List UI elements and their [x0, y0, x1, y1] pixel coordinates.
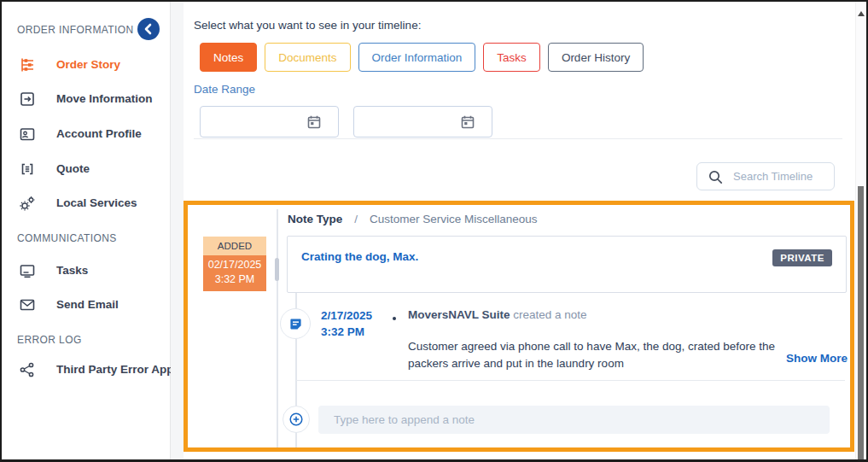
- event-author-line: MoversNAVL Suite created a note: [408, 308, 587, 321]
- status-time-text: 3:32 PM: [203, 272, 266, 287]
- filter-notes-button[interactable]: Notes: [200, 43, 257, 72]
- sidebar-item-label: Order Story: [56, 58, 120, 71]
- sidebar-item-third-party-error-app[interactable]: Third Party Error App: [2, 358, 170, 382]
- date-range-label: Date Range: [194, 83, 255, 96]
- status-date-text: 02/17/2025: [203, 258, 266, 272]
- append-note-input[interactable]: [318, 406, 830, 434]
- timeline-scroll-indicator: [275, 258, 279, 281]
- search-timeline-box[interactable]: [696, 162, 835, 190]
- sidebar-item-order-story[interactable]: Order Story: [2, 53, 170, 77]
- event-action-text: created a note: [513, 308, 586, 321]
- event-author: MoversNAVL Suite: [408, 308, 510, 321]
- date-from-field[interactable]: [200, 106, 339, 137]
- tasks-icon: [19, 262, 36, 279]
- sidebar-section-communications: COMMUNICATIONS: [17, 232, 117, 244]
- filter-order-information-button[interactable]: Order Information: [358, 43, 476, 72]
- sidebar-collapse-button[interactable]: [137, 18, 160, 40]
- section-divider: [194, 138, 842, 139]
- sidebar-item-send-email[interactable]: Send Email: [2, 293, 170, 317]
- event-datetime: 2/17/2025 3:32 PM: [321, 307, 372, 340]
- date-to-field[interactable]: [353, 106, 492, 137]
- sidebar-gutter: [171, 2, 184, 459]
- sidebar-item-label: Local Services: [56, 196, 137, 209]
- filter-tasks-button[interactable]: Tasks: [483, 43, 540, 72]
- sidebar-item-account-profile[interactable]: Account Profile: [2, 122, 170, 146]
- date-to-input[interactable]: [354, 107, 474, 137]
- local-services-icon: [19, 195, 36, 212]
- sidebar: ORDER INFORMATION Order Story: [2, 2, 171, 459]
- note-type-separator: /: [354, 213, 358, 225]
- calendar-icon[interactable]: [459, 114, 476, 134]
- note-type-label: Note Type: [288, 213, 342, 225]
- sidebar-item-label: Account Profile: [56, 127, 142, 140]
- note-divider: [296, 380, 845, 381]
- plus-icon: [288, 412, 304, 427]
- app-window: ORDER INFORMATION Order Story: [0, 0, 868, 462]
- filter-documents-button[interactable]: Documents: [265, 43, 350, 72]
- sidebar-section-order-information: ORDER INFORMATION: [17, 24, 134, 36]
- scrollbar[interactable]: [855, 2, 866, 459]
- quote-icon: [19, 161, 36, 178]
- timeline-prompt: Select what you want to see in your time…: [194, 19, 421, 32]
- sidebar-item-label: Send Email: [56, 298, 119, 311]
- status-added-label: ADDED: [203, 237, 266, 255]
- status-badge: ADDED 02/17/2025 3:32 PM: [203, 237, 266, 291]
- sidebar-item-tasks[interactable]: Tasks: [2, 259, 170, 283]
- timeline-rail: [277, 209, 278, 447]
- note-title-card[interactable]: Crating the dog, Max. PRIVATE: [287, 236, 847, 293]
- order-story-icon: [19, 56, 36, 73]
- event-time: 3:32 PM: [321, 324, 372, 340]
- event-date: 2/17/2025: [321, 307, 372, 324]
- sidebar-item-label: Third Party Error App: [56, 363, 174, 376]
- move-information-icon: [19, 91, 36, 108]
- sidebar-item-label: Quote: [56, 162, 90, 175]
- sidebar-item-label: Tasks: [56, 264, 88, 277]
- private-badge: PRIVATE: [772, 249, 832, 266]
- note-title[interactable]: Crating the dog, Max.: [301, 250, 418, 263]
- show-more-link[interactable]: Show More: [786, 352, 848, 365]
- note-type-header: Note Type / Customer Service Miscellaneo…: [288, 213, 538, 225]
- scrollbar-up-arrow[interactable]: [858, 11, 865, 16]
- third-party-error-icon: [19, 361, 36, 378]
- account-profile-icon: [19, 126, 36, 143]
- sidebar-item-move-information[interactable]: Move Information: [2, 87, 170, 111]
- send-email-icon: [19, 296, 36, 313]
- timeline-filter-buttons: Notes Documents Order Information Tasks …: [200, 43, 644, 72]
- search-timeline-input[interactable]: [731, 169, 834, 184]
- sidebar-item-local-services[interactable]: Local Services: [2, 191, 170, 215]
- append-note-button[interactable]: [283, 406, 310, 433]
- note-entry-highlight: ADDED 02/17/2025 3:32 PM Note Type / Cus…: [184, 201, 854, 452]
- status-datetime: 02/17/2025 3:32 PM: [203, 255, 266, 291]
- sidebar-item-label: Move Information: [56, 92, 153, 105]
- date-from-input[interactable]: [201, 107, 320, 137]
- note-icon: [288, 317, 303, 331]
- search-icon: [708, 169, 723, 184]
- note-type-value: Customer Service Miscellaneous: [370, 213, 538, 225]
- note-event-marker: [280, 308, 311, 339]
- filter-order-history-button[interactable]: Order History: [548, 43, 644, 72]
- bullet-dot: [393, 317, 396, 320]
- calendar-icon[interactable]: [306, 114, 323, 134]
- note-body-text: Customer agreed via phone call to have M…: [408, 338, 794, 372]
- scrollbar-thumb[interactable]: [858, 186, 864, 459]
- chevron-left-icon: [137, 18, 160, 40]
- sidebar-section-error-log: ERROR LOG: [17, 334, 82, 346]
- sidebar-item-quote[interactable]: Quote: [2, 157, 170, 181]
